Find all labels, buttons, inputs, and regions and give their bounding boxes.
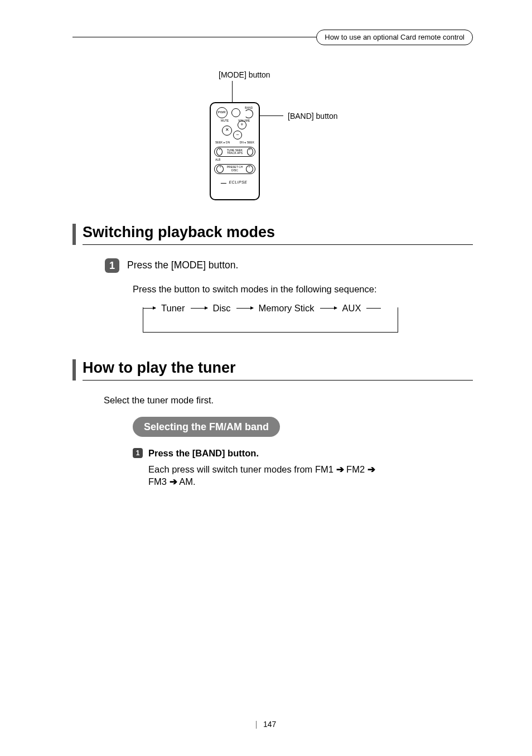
remote-preset-capsule: ˅ PRESET CH DISC ˄: [214, 164, 255, 174]
step-number-badge: 1: [105, 258, 119, 273]
alb-label: ALB: [215, 158, 220, 162]
arrow-right-icon: [320, 308, 337, 309]
arrow-right-icon: ➔: [170, 475, 177, 488]
header-chip: How to use an optional Card remote contr…: [316, 30, 473, 45]
remote-diagram: [MODE] button [BAND] button PWR BAND MUT…: [72, 70, 473, 204]
step-1: 1 Press the [MODE] button.: [105, 258, 473, 273]
seek-dn-label: SEEK ▸ DN: [215, 141, 230, 145]
tune-seek-label: TUNE SEEK TRACK APS: [223, 149, 247, 155]
chevron-up-icon: ˄: [246, 165, 253, 173]
step-body: Press the button to switch modes in the …: [133, 283, 473, 295]
arrow-right-icon: [191, 308, 207, 309]
remote-mode-icon: [231, 108, 240, 117]
footer-divider: [256, 721, 257, 729]
arrow-right-icon: [236, 308, 253, 309]
substep-title: Press the [BAND] button.: [148, 447, 259, 460]
mode-button-label: [MODE] button: [219, 70, 270, 80]
mode-aux: AUX: [342, 302, 361, 314]
section-heading-switching: Switching playback modes: [72, 224, 473, 245]
subsection-pill: Selecting the FM/AM band: [133, 417, 280, 437]
remote-brand-label: ECLIPSE: [211, 180, 259, 185]
remote-band-icon: BAND: [244, 107, 253, 118]
mode-memory-stick: Memory Stick: [259, 302, 315, 314]
chevron-up-icon: ˄: [247, 148, 253, 156]
tuner-intro: Select the tuner mode first.: [104, 394, 473, 406]
section-title: How to play the tuner: [83, 359, 473, 381]
page-number: 147: [263, 720, 276, 729]
arrow-right-icon: [143, 308, 156, 309]
section-heading-tuner: How to play the tuner: [72, 359, 473, 381]
section-title: Switching playback modes: [83, 224, 473, 245]
substep-number-badge: 1: [133, 448, 143, 458]
mode-sequence-box: Tuner Disc Memory Stick AUX: [143, 307, 398, 333]
arrow-right-icon: ➔: [336, 463, 344, 475]
remote-tune-capsule: ˅ TUNE SEEK TRACK APS ˄: [214, 147, 255, 157]
arrow-right-icon: [366, 308, 381, 309]
page: How to use an optional Card remote contr…: [0, 0, 532, 756]
remote-mute-label: MUTE: [221, 119, 229, 122]
chevron-down-icon: ˅: [216, 165, 224, 173]
chevron-down-icon: ˅: [216, 148, 223, 156]
mute-icon: ✕: [222, 126, 232, 136]
substep-1: 1 Press the [BAND] button.: [133, 447, 473, 460]
seek-up-label: DN ◂ SEEK: [240, 141, 254, 145]
preset-ch-label: PRESET CH DISC: [224, 166, 245, 172]
remote-pwr-icon: PWR: [216, 107, 228, 118]
remote-outline: PWR BAND MUTE VOLUME ✕ + − SEEK ▸ DN DN …: [210, 102, 260, 200]
page-footer: 147: [0, 718, 532, 730]
band-button-label: [BAND] button: [288, 111, 338, 122]
volume-up-icon: +: [238, 121, 246, 129]
remote-volume-cluster: MUTE VOLUME ✕ + −: [220, 121, 250, 139]
substep-body: Each press will switch tuner modes from …: [148, 463, 461, 488]
header-rule: How to use an optional Card remote contr…: [72, 37, 473, 54]
mode-disc: Disc: [213, 302, 231, 314]
volume-down-icon: −: [233, 131, 242, 139]
mode-tuner: Tuner: [161, 302, 185, 314]
arrow-right-icon: ➔: [367, 463, 375, 475]
step-text: Press the [MODE] button.: [127, 259, 238, 272]
